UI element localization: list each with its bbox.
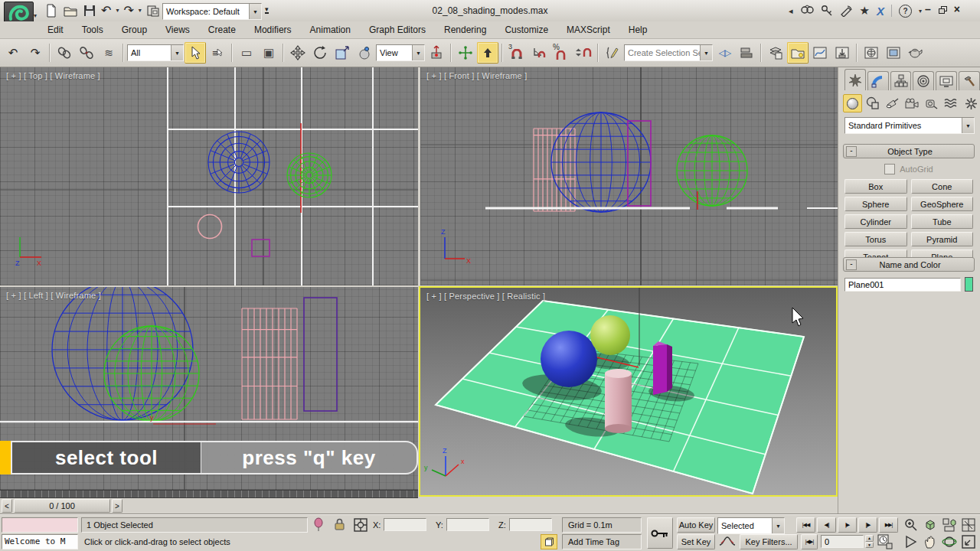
collapse-icon[interactable]: - [846, 259, 857, 270]
set-keys-button[interactable] [647, 517, 673, 549]
logo-caret-icon[interactable]: ▾ [34, 12, 37, 19]
restore-button[interactable] [939, 6, 946, 13]
viewport-top[interactable]: [ + ] [ Top ] [ Wireframe ] Z X [0, 67, 418, 285]
undo-caret-icon[interactable]: ▾ [116, 7, 119, 14]
menu-rendering[interactable]: Rendering [436, 23, 494, 37]
tab-utilities[interactable] [959, 71, 980, 90]
menu-graph-editors[interactable]: Graph Editors [361, 23, 433, 37]
rectangular-selection-region-button[interactable]: ▭ [236, 42, 257, 64]
undo-icon[interactable]: ↶ [101, 3, 111, 18]
time-slider-handle[interactable]: 0 / 100 [14, 499, 110, 513]
scene-explorer-toggle[interactable] [787, 42, 808, 64]
play-button[interactable]: |▶ [838, 517, 857, 533]
orbit-button[interactable] [942, 534, 957, 549]
frame-spinner[interactable]: ▲ ▼ [865, 535, 874, 548]
pan-selected-button[interactable] [903, 534, 919, 549]
button-cone[interactable]: Cone [911, 179, 974, 194]
new-file-icon[interactable] [44, 4, 58, 18]
sign-in-key-icon[interactable] [821, 5, 833, 17]
tab-modify[interactable] [867, 71, 889, 90]
open-file-icon[interactable] [63, 4, 78, 18]
project-folder-icon[interactable] [146, 4, 160, 18]
selection-lock-toggle[interactable] [334, 518, 345, 533]
communication-center-icon[interactable] [840, 5, 853, 17]
time-configuration-button[interactable] [877, 534, 893, 549]
tab-motion[interactable] [913, 71, 934, 90]
time-slider-next-button[interactable]: > [112, 499, 122, 513]
search-icon[interactable] [800, 5, 814, 17]
help-caret-icon[interactable]: ▾ [919, 8, 922, 15]
category-helpers[interactable] [923, 95, 941, 112]
viewport-perspective-label[interactable]: [ + ] [ Perspective ] [ Realistic ] [426, 292, 545, 301]
next-frame-button[interactable]: ||▶ [858, 517, 877, 533]
close-button[interactable]: × [954, 3, 960, 15]
redo-icon[interactable]: ↷ [123, 3, 133, 18]
zoom-extents-button[interactable] [923, 517, 938, 533]
maximize-viewport-toggle[interactable] [961, 534, 976, 549]
collapse-icon[interactable]: - [846, 146, 857, 157]
category-lights[interactable] [884, 95, 901, 112]
z-coordinate-field[interactable] [509, 518, 552, 531]
time-slider-prev-button[interactable]: < [2, 499, 12, 513]
percent-snap-toggle[interactable]: % [550, 42, 572, 64]
maxscript-mini-listener-pink[interactable] [2, 517, 78, 533]
spinner-snap-toggle[interactable] [573, 42, 594, 64]
undo-button[interactable]: ↶ [2, 42, 24, 64]
spinner-down-icon[interactable]: ▼ [865, 542, 874, 549]
add-time-tag[interactable]: Add Time Tag [562, 534, 642, 549]
reference-coordinate-arrow[interactable]: ▼ [412, 45, 424, 60]
menu-tools[interactable]: Tools [74, 23, 111, 37]
field-of-view-button[interactable] [961, 517, 976, 533]
button-sphere[interactable]: Sphere [844, 197, 907, 211]
maxscript-mini-listener[interactable]: Welcome to M [2, 534, 78, 549]
render-setup-button[interactable] [861, 42, 882, 64]
previous-frame-button[interactable]: ◀|| [817, 517, 836, 533]
auto-key-button[interactable]: Auto Key [677, 517, 715, 533]
set-key-button[interactable]: Set Key [677, 534, 715, 549]
bind-to-space-warp-icon[interactable]: ≋ [98, 42, 119, 64]
edit-named-selection-sets-button[interactable] [602, 42, 623, 64]
selection-filter-arrow[interactable]: ▼ [171, 45, 183, 60]
minimize-button[interactable]: – [925, 3, 931, 15]
tab-hierarchy[interactable] [890, 71, 912, 90]
object-color-swatch[interactable] [965, 277, 973, 292]
mirror-button[interactable]: ◁▷ [714, 42, 735, 64]
select-and-move-button[interactable] [287, 42, 309, 64]
select-by-name-button[interactable]: ≡ [207, 42, 228, 64]
viewport-top-label[interactable]: [ + ] [ Top ] [ Wireframe ] [6, 71, 100, 80]
workspace-dropdown[interactable]: Workspace: Default ▼ [162, 3, 262, 20]
x-coordinate-field[interactable] [384, 518, 426, 531]
align-button[interactable] [736, 42, 757, 64]
viewport-perspective[interactable]: [ + ] [ Perspective ] [ Realistic ] [419, 286, 838, 497]
window-crossing-toggle[interactable]: ▣ [258, 42, 279, 64]
snaps-toggle-3d[interactable]: 3 [506, 42, 528, 64]
button-torus[interactable]: Torus [844, 232, 907, 246]
zoom-viewport-button[interactable] [903, 517, 919, 533]
curve-editor-button[interactable] [809, 42, 831, 64]
isolate-selection-toggle[interactable] [312, 517, 325, 533]
menu-animation[interactable]: Animation [302, 23, 358, 37]
favorites-star-icon[interactable]: ★ [860, 4, 870, 18]
named-selection-set-combo[interactable]: Create Selection Se ▼ [624, 44, 713, 61]
layer-manager-button[interactable] [765, 42, 786, 64]
menu-help[interactable]: Help [621, 23, 655, 37]
render-production-button[interactable] [905, 42, 926, 64]
key-mode-arrow[interactable]: ▼ [772, 518, 784, 533]
menu-views[interactable]: Views [158, 23, 198, 37]
absolute-offset-mode-toggle[interactable] [354, 518, 368, 533]
y-coordinate-field[interactable] [446, 518, 489, 531]
key-mode-dropdown[interactable]: Selected ▼ [717, 517, 785, 534]
button-cylinder[interactable]: Cylinder [844, 214, 907, 229]
help-icon[interactable]: ? [899, 5, 912, 18]
current-frame-field[interactable] [821, 535, 864, 548]
object-name-field[interactable] [844, 278, 961, 292]
select-and-scale-button[interactable] [332, 42, 353, 64]
time-tag-icon[interactable] [541, 534, 557, 549]
name-color-header[interactable]: - Name and Color [843, 257, 975, 272]
key-mode-toggle-button[interactable]: |◀▶| [801, 534, 818, 549]
viewport-front-label[interactable]: [ + ] [ Front ] [ Wireframe ] [426, 71, 527, 80]
rendered-frame-window-button[interactable] [883, 42, 904, 64]
primitives-dropdown[interactable]: Standard Primitives ▼ [844, 117, 975, 134]
menu-modifiers[interactable]: Modifiers [247, 23, 299, 37]
button-geosphere[interactable]: GeoSphere [911, 197, 974, 211]
